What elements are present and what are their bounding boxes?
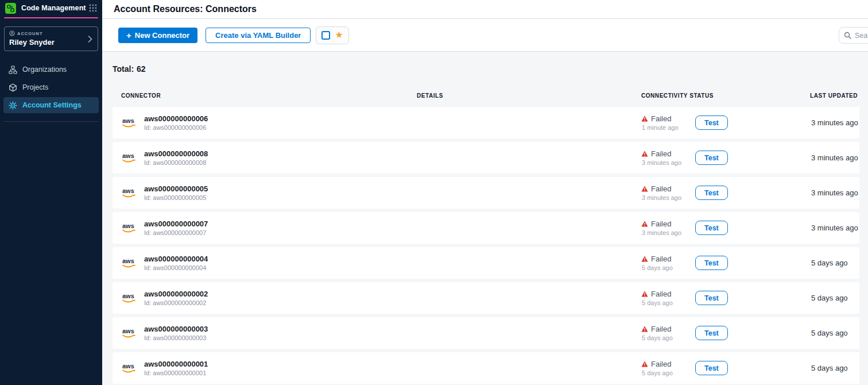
search-input[interactable] [855,32,868,40]
status-cell: Failed 3 minutes ago Test [641,184,810,201]
last-updated-cell: 3 minutes ago [810,118,859,127]
status-cell: Failed 5 days ago Test [641,360,810,376]
connector-name: aws000000000007 [144,220,208,228]
status-text: Failed [651,220,671,228]
aws-icon: aws [121,222,138,234]
page-title: Account Resources: Connectors [114,4,257,14]
total-value: 62 [137,64,146,74]
search-box [839,27,868,44]
column-header-connectivity-status: CONNECTIVITY STATUS [641,93,810,99]
test-button[interactable]: Test [695,361,728,375]
sidebar-item-label: Projects [22,83,48,91]
toolbar: + New Connector Create via YAML Builder … [102,19,868,52]
test-button[interactable]: Test [695,186,728,200]
status-cell: Failed 5 days ago Test [641,290,810,306]
connector-name: aws000000000003 [144,325,208,333]
status-text: Failed [651,184,671,193]
column-header-details: DETAILS [417,93,641,99]
warning-triangle-icon [641,361,648,367]
table-row[interactable]: aws aws000000000002 Id: aws000000000002 … [113,282,859,314]
total-count: Total: 62 [113,64,859,74]
status-time: 5 days ago [642,264,686,271]
status-time: 5 days ago [642,369,686,376]
module-accent-line [4,17,98,18]
svg-text:aws: aws [122,152,134,159]
test-button[interactable]: Test [695,291,728,305]
connector-table: aws aws000000000006 Id: aws000000000006 … [113,107,859,384]
test-button[interactable]: Test [695,221,728,235]
total-label: Total: [113,64,134,74]
connector-name: aws000000000002 [144,290,208,298]
test-button[interactable]: Test [695,151,728,165]
status-text: Failed [651,255,671,263]
account-label: ACCOUNT [17,31,43,36]
filter-checkbox[interactable] [321,31,330,40]
test-button[interactable]: Test [695,326,728,340]
code-module-icon [5,3,16,14]
last-updated-cell: 3 minutes ago [810,188,859,197]
app-grid-icon[interactable] [88,3,98,13]
yaml-builder-button[interactable]: Create via YAML Builder [206,28,311,43]
connector-cell: aws aws000000000005 Id: aws000000000005 [121,184,417,201]
test-button[interactable]: Test [695,256,728,270]
status-cell: Failed 1 minute ago Test [641,114,810,131]
aws-icon: aws [121,292,138,305]
table-row[interactable]: aws aws000000000006 Id: aws000000000006 … [113,107,859,138]
warning-triangle-icon [641,256,648,262]
new-connector-button[interactable]: + New Connector [118,28,197,43]
warning-triangle-icon [641,116,648,122]
yaml-builder-label: Create via YAML Builder [215,31,301,40]
svg-text:aws: aws [122,363,134,369]
status-time: 3 minutes ago [642,194,686,201]
connector-name: aws000000000004 [144,255,208,263]
table-row[interactable]: aws aws000000000003 Id: aws000000000003 … [113,317,859,349]
column-header-last-updated: LAST UPDATED [810,93,859,99]
connector-cell: aws aws000000000006 Id: aws000000000006 [121,114,417,131]
projects-icon [8,83,17,92]
last-updated-cell: 5 days ago [810,259,859,267]
column-header-connector: CONNECTOR [121,93,417,99]
favorite-star-icon[interactable]: ★ [335,30,343,40]
main-area: Account Resources: Connectors + New Conn… [102,0,868,385]
status-time: 5 days ago [642,299,686,306]
table-row[interactable]: aws aws000000000004 Id: aws000000000004 … [113,247,859,279]
table-row[interactable]: aws aws000000000001 Id: aws000000000001 … [113,352,859,384]
filter-group: ★ [316,26,348,44]
sidebar: Code Management ACCOUNT Riley Snyder Org… [0,0,102,385]
status-cell: Failed 5 days ago Test [641,325,810,341]
connector-id: Id: aws000000000002 [144,299,208,306]
connector-cell: aws aws000000000004 Id: aws000000000004 [121,255,417,271]
status-text: Failed [651,290,671,298]
status-cell: Failed 3 minutes ago Test [641,220,810,236]
gear-icon [8,101,17,110]
connector-id: Id: aws000000000007 [144,229,208,236]
connector-cell: aws aws000000000001 Id: aws000000000001 [121,360,417,376]
test-button[interactable]: Test [695,116,728,130]
status-time: 3 minutes ago [642,229,686,236]
sidebar-item-organizations[interactable]: Organizations [3,61,99,78]
table-row[interactable]: aws aws000000000007 Id: aws000000000007 … [113,212,859,244]
last-updated-cell: 3 minutes ago [810,153,859,162]
connector-cell: aws aws000000000007 Id: aws000000000007 [121,220,417,236]
sidebar-item-account-settings[interactable]: Account Settings [3,97,99,113]
warning-triangle-icon [641,221,648,227]
status-cell: Failed 3 minutes ago Test [641,149,810,166]
aws-icon: aws [121,117,138,129]
svg-text:aws: aws [122,187,134,194]
sidebar-item-label: Organizations [22,66,67,74]
table-row[interactable]: aws aws000000000008 Id: aws000000000008 … [113,142,859,174]
app-title: Code Management [21,4,88,12]
connector-name: aws000000000005 [144,184,208,193]
content: Total: 62 CONNECTOR DETAILS CONNECTIVITY… [102,52,868,385]
account-selector[interactable]: ACCOUNT Riley Snyder [4,26,98,51]
new-connector-label: New Connector [135,31,189,40]
aws-icon: aws [121,257,138,270]
sidebar-item-projects[interactable]: Projects [3,79,99,95]
table-row[interactable]: aws aws000000000005 Id: aws000000000005 … [113,177,859,209]
page-header: Account Resources: Connectors [102,0,868,19]
last-updated-cell: 3 minutes ago [810,224,859,232]
account-icon [9,30,15,36]
connector-name: aws000000000001 [144,360,208,368]
last-updated-cell: 5 days ago [810,364,859,372]
aws-icon: aws [121,362,138,375]
